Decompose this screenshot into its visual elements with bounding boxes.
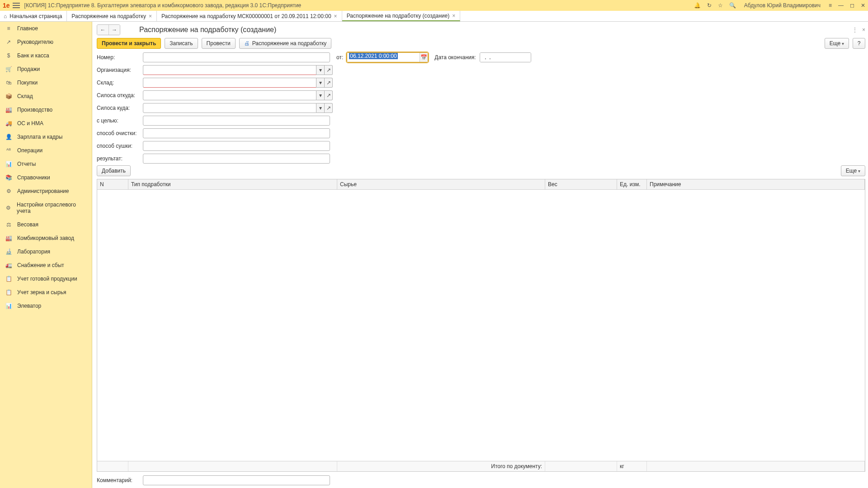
sidebar-item-purchases[interactable]: 🛍Покупки (0, 76, 92, 89)
warehouse-input[interactable] (143, 78, 316, 88)
number-input[interactable] (143, 52, 330, 62)
col-raw[interactable]: Сырье (337, 179, 545, 189)
col-type[interactable]: Тип подработки (128, 179, 337, 189)
result-input[interactable] (143, 154, 330, 164)
warehouse-label: Склад: (97, 80, 143, 86)
table-body[interactable] (97, 190, 865, 461)
nav-back-button[interactable]: ← (97, 25, 108, 35)
sidebar-item-lab[interactable]: 🔬Лаборатория (0, 245, 92, 258)
dropdown-icon[interactable]: ▾ (316, 65, 325, 75)
cleaning-input[interactable] (143, 128, 330, 138)
sidebar-item-bank[interactable]: $Банк и касса (0, 49, 92, 62)
drying-label: способ сушки: (97, 143, 143, 149)
date-from-field[interactable]: 06.12.2021 0:00:00 📅 (347, 52, 428, 62)
sidebar-item-finished-goods[interactable]: 📋Учет готовой продукции (0, 272, 92, 286)
sidebar-item-sales[interactable]: 🛒Продажи (0, 62, 92, 76)
settings-lines-icon[interactable]: ≡ (829, 2, 832, 9)
comment-input[interactable] (143, 475, 330, 485)
dropdown-icon[interactable]: ▾ (316, 90, 325, 100)
end-date-input[interactable] (480, 53, 531, 62)
tab-order-list[interactable]: Распоряжение на подработку × (67, 11, 157, 21)
date-from-input[interactable]: 06.12.2021 0:00:00 (347, 53, 420, 62)
tab-close-icon[interactable]: × (452, 13, 455, 19)
sidebar-item-fixed-assets[interactable]: 🚚ОС и НМА (0, 117, 92, 130)
col-weight[interactable]: Вес (545, 179, 617, 189)
calendar-icon[interactable]: 📅 (420, 53, 428, 62)
sidebar-item-scales[interactable]: ⚖Весовая (0, 218, 92, 231)
menu-burger-icon[interactable] (13, 3, 20, 8)
page-close-icon[interactable]: × (862, 27, 865, 33)
tab-home[interactable]: ⌂ Начальная страница (0, 11, 67, 21)
end-date-field[interactable]: 📅 (480, 52, 531, 62)
app-logo: 1e (3, 2, 10, 9)
sidebar-item-admin[interactable]: ⚙Администрирование (0, 184, 92, 198)
tab-close-icon[interactable]: × (149, 13, 152, 19)
minimize-icon[interactable]: — (838, 2, 844, 9)
person-icon: 👤 (5, 134, 13, 140)
search-icon[interactable]: 🔍 (729, 2, 736, 9)
sidebar-item-operations[interactable]: ᴬᴮОперации (0, 144, 92, 157)
tab-order-doc[interactable]: Распоряжение на подработку МСК00000001 о… (157, 11, 342, 21)
nav-forward-button[interactable]: → (108, 25, 120, 35)
number-label: Номер: (97, 54, 143, 61)
sidebar-item-industry-settings[interactable]: ⚙Настройки отраслевого учета (0, 198, 92, 218)
purpose-input[interactable] (143, 116, 330, 126)
print-label: Распоряжение на подработку (252, 40, 327, 47)
sidebar-item-label: Зарплата и кадры (17, 134, 62, 140)
sidebar-item-supply[interactable]: 🚛Снабжение и сбыт (0, 258, 92, 272)
post-button[interactable]: Провести (202, 38, 236, 49)
star-icon[interactable]: ☆ (718, 2, 723, 9)
maximize-icon[interactable]: ◻ (850, 2, 854, 9)
lab-icon: 🔬 (5, 249, 13, 255)
col-n[interactable]: N (97, 179, 128, 189)
tab-label: Распоряжение на подработку (71, 13, 146, 19)
open-ref-icon[interactable]: ↗ (325, 90, 333, 100)
post-and-close-button[interactable]: Провести и закрыть (97, 38, 161, 49)
organization-input[interactable] (143, 65, 316, 75)
clipboard-icon: 📋 (5, 276, 13, 282)
ops-icon: ᴬᴮ (5, 147, 13, 154)
dropdown-icon[interactable]: ▾ (316, 78, 325, 88)
dropdown-icon[interactable]: ▾ (316, 103, 325, 113)
open-ref-icon[interactable]: ↗ (325, 65, 333, 75)
sidebar-item-reports[interactable]: 📊Отчеты (0, 157, 92, 171)
user-name[interactable]: Абдулов Юрий Владимирович (744, 2, 821, 9)
tab-order-new[interactable]: Распоряжение на подработку (создание) × (342, 11, 461, 21)
sidebar-item-label: Склад (17, 93, 33, 99)
history-icon[interactable]: ↻ (707, 2, 712, 9)
open-ref-icon[interactable]: ↗ (325, 78, 333, 88)
sidebar-item-label: Операции (17, 147, 42, 154)
sidebar-item-grain[interactable]: 📋Учет зерна и сырья (0, 286, 92, 299)
sidebar-item-catalogs[interactable]: 📚Справочники (0, 171, 92, 184)
silo-to-input[interactable] (143, 103, 316, 113)
bars-icon: 📊 (5, 303, 13, 309)
gear-icon: ⚙ (5, 205, 12, 211)
col-unit[interactable]: Ед. изм. (617, 179, 647, 189)
save-button[interactable]: Записать (165, 38, 198, 49)
add-row-button[interactable]: Добавить (97, 165, 131, 176)
open-ref-icon[interactable]: ↗ (325, 103, 333, 113)
tab-close-icon[interactable]: × (334, 13, 337, 19)
sidebar-item-manager[interactable]: ↗Руководителю (0, 35, 92, 49)
drying-input[interactable] (143, 141, 330, 151)
nav-buttons: ← → (97, 24, 120, 35)
help-button[interactable]: ? (853, 38, 865, 49)
silo-from-input[interactable] (143, 90, 316, 100)
kebab-icon[interactable]: ⋮ (852, 27, 858, 33)
sidebar-item-main[interactable]: ≡Главное (0, 22, 92, 35)
sidebar-item-elevator[interactable]: 📊Элеватор (0, 299, 92, 313)
col-note[interactable]: Примечание (647, 179, 865, 189)
factory-icon: 🏭 (5, 235, 13, 241)
print-button[interactable]: 🖨 Распоряжение на подработку (239, 38, 332, 49)
sidebar-item-payroll[interactable]: 👤Зарплата и кадры (0, 130, 92, 144)
sidebar-item-production[interactable]: 🏭Производство (0, 103, 92, 117)
list-icon: ≡ (5, 25, 13, 32)
bell-icon[interactable]: 🔔 (694, 2, 701, 9)
tab-label: Распоряжение на подработку (создание) (347, 13, 450, 19)
more-button[interactable]: Еще (825, 38, 849, 49)
sidebar-item-feed-mill[interactable]: 🏭Комбикормовый завод (0, 231, 92, 245)
table-more-button[interactable]: Еще (841, 165, 865, 176)
scales-icon: ⚖ (5, 221, 13, 228)
sidebar-item-warehouse[interactable]: 📦Склад (0, 89, 92, 103)
window-close-icon[interactable]: ✕ (861, 2, 865, 9)
